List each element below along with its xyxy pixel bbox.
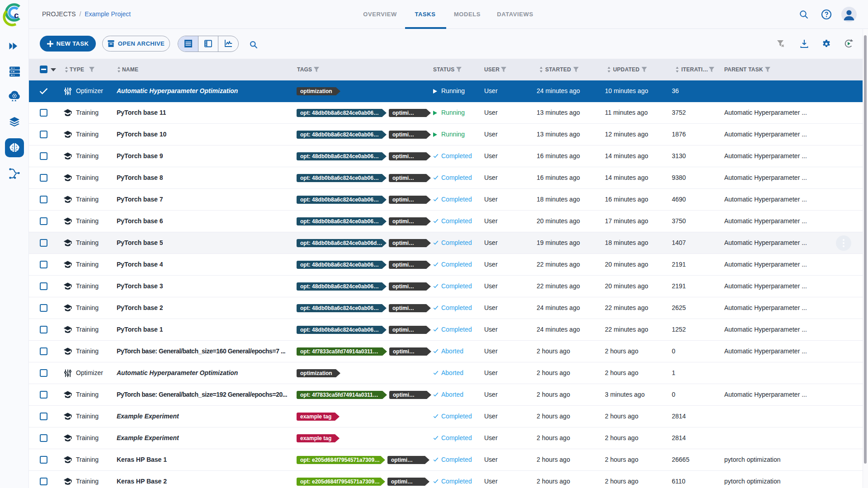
svg-text:c: c bbox=[14, 10, 19, 20]
